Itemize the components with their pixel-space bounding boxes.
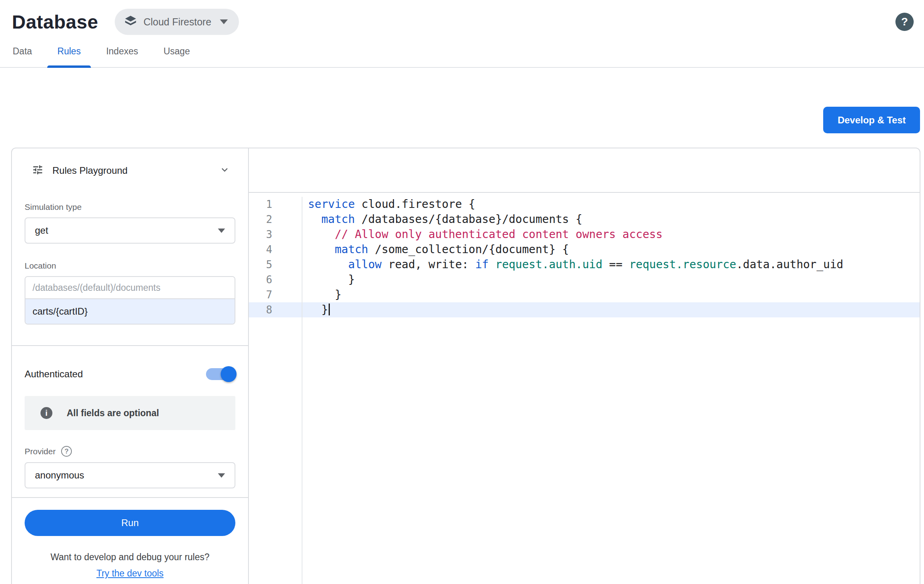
chevron-down-icon: [218, 229, 225, 233]
editor-body: 12345678 service cloud.firestore { match…: [249, 193, 920, 584]
line-number-gutter: 12345678: [249, 197, 302, 584]
actions-row: Develop & Test: [0, 107, 924, 133]
rules-panel: Rules Playground Simulation type get Loc…: [11, 148, 920, 584]
code-line[interactable]: service cloud.firestore {: [302, 197, 920, 212]
product-selector-label: Cloud Firestore: [143, 16, 211, 28]
location-base-input[interactable]: [25, 277, 235, 299]
toggle-knob: [221, 366, 237, 382]
rules-playground-title: Rules Playground: [52, 165, 127, 176]
rules-playground-header[interactable]: Rules Playground: [12, 148, 248, 193]
authenticated-label: Authenticated: [25, 369, 83, 380]
line-number: 8: [249, 302, 302, 317]
location-path-input[interactable]: [25, 299, 235, 324]
help-button[interactable]: ?: [895, 13, 914, 31]
provider-help-icon[interactable]: ?: [61, 446, 72, 457]
rules-code-editor: 12345678 service cloud.firestore { match…: [249, 148, 920, 584]
tab-rules[interactable]: Rules: [45, 46, 94, 67]
code-line[interactable]: allow read, write: if request.auth.uid =…: [302, 257, 920, 272]
dev-tools-link[interactable]: Try the dev tools: [25, 568, 235, 579]
info-message: All fields are optional: [67, 408, 159, 419]
tune-icon: [32, 164, 44, 177]
tab-indexes[interactable]: Indexes: [93, 46, 151, 67]
tab-bar: Data Rules Indexes Usage: [0, 46, 924, 68]
authenticated-toggle[interactable]: [206, 368, 235, 380]
code-area[interactable]: service cloud.firestore { match /databas…: [302, 197, 920, 584]
sidebar-divider: [12, 345, 248, 346]
provider-value: anonymous: [35, 470, 84, 481]
rules-playground-sidebar: Rules Playground Simulation type get Loc…: [12, 148, 249, 584]
product-selector-dropdown[interactable]: Cloud Firestore: [115, 9, 239, 35]
line-number: 1: [249, 197, 302, 212]
line-number: 6: [249, 272, 302, 287]
line-number: 7: [249, 287, 302, 302]
authenticated-row: Authenticated: [25, 368, 235, 380]
rules-playground-body: Simulation type get Location Authenticat…: [12, 193, 248, 579]
chevron-down-icon: [220, 19, 228, 24]
code-line[interactable]: }: [302, 287, 920, 302]
page-title: Database: [12, 11, 98, 33]
provider-select[interactable]: anonymous: [25, 462, 235, 488]
run-button[interactable]: Run: [25, 510, 235, 536]
location-label: Location: [25, 261, 235, 271]
line-number: 3: [249, 227, 302, 242]
code-line[interactable]: match /databases/{database}/documents {: [302, 212, 920, 227]
dev-tools-prompt: Want to develop and debug your rules?: [25, 552, 235, 563]
info-icon: i: [40, 407, 52, 419]
code-line[interactable]: }: [302, 272, 920, 287]
chevron-down-icon: [218, 473, 225, 478]
provider-row: Provider ?: [25, 446, 235, 457]
editor-toolbar: [249, 148, 920, 193]
code-line[interactable]: }: [302, 302, 920, 317]
firestore-icon: [124, 15, 137, 29]
collapse-chevron-down-icon[interactable]: [219, 164, 231, 177]
info-banner: i All fields are optional: [25, 396, 235, 430]
sidebar-divider: [12, 497, 248, 498]
text-cursor: [329, 304, 330, 315]
simulation-type-value: get: [35, 225, 48, 236]
simulation-type-label: Simulation type: [25, 202, 235, 212]
line-number: 5: [249, 257, 302, 272]
simulation-type-select[interactable]: get: [25, 217, 235, 244]
code-line[interactable]: match /some_collection/{document} {: [302, 242, 920, 257]
develop-and-test-button[interactable]: Develop & Test: [823, 107, 920, 133]
code-line[interactable]: // Allow only authenticated content owne…: [302, 227, 920, 242]
provider-label: Provider: [25, 447, 56, 456]
page-header: Database Cloud Firestore ?: [0, 0, 924, 35]
line-number: 2: [249, 212, 302, 227]
line-number: 4: [249, 242, 302, 257]
tab-data[interactable]: Data: [0, 46, 45, 67]
tab-usage[interactable]: Usage: [151, 46, 202, 67]
location-input-group: [25, 276, 235, 325]
